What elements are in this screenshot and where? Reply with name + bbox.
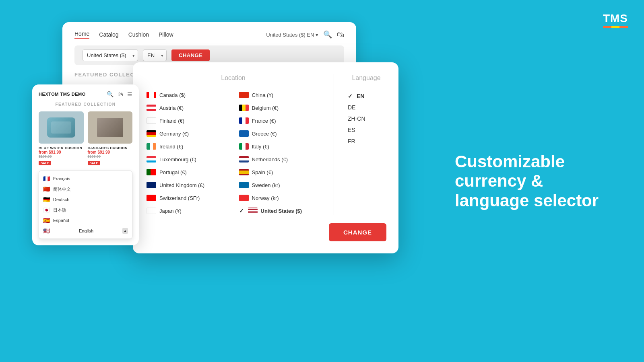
country-netherlands[interactable]: Netherlands (€): [237, 155, 322, 164]
country-switzerland[interactable]: Switzerland (SFr): [145, 193, 229, 202]
flag-greece: [239, 130, 249, 137]
country-canada[interactable]: Canada ($): [145, 90, 229, 99]
country-italy-label: Italy (€): [252, 144, 269, 150]
country-belgium[interactable]: Belgium (€): [237, 103, 322, 112]
cushion-2-graphic: [97, 118, 123, 137]
flag-austria: [147, 105, 156, 111]
lang-de-label: DE: [348, 104, 355, 111]
tagline-text: Customizable currency & language selecto…: [455, 152, 599, 210]
lang-item-german[interactable]: 🇩🇪 Deutsch: [39, 194, 132, 205]
country-ireland-label: Ireland (€): [159, 144, 183, 150]
country-austria[interactable]: Austria (€): [145, 103, 229, 112]
lang-item-french[interactable]: 🇫🇷 Français: [39, 173, 132, 184]
lang-german-label: Deutsch: [53, 197, 69, 202]
tms-logo-text: TMS: [603, 12, 628, 25]
cart-icon[interactable]: 🛍: [337, 31, 344, 39]
product-price-new-2: from $91.99: [88, 150, 133, 154]
lang-english-label: English: [79, 228, 93, 233]
tms-logo: TMS: [603, 12, 628, 28]
currency-select[interactable]: United States ($) Canada ($) Euro (€): [83, 49, 138, 61]
country-usa[interactable]: ✓ United States ($): [237, 206, 322, 215]
flag-japan: [147, 208, 156, 214]
flag-belgium: [239, 105, 249, 111]
country-china[interactable]: China (¥): [237, 90, 322, 99]
country-netherlands-label: Netherlands (€): [252, 156, 288, 162]
nav-cushion[interactable]: Cushion: [128, 31, 149, 38]
lang-japanese-label: 日本語: [53, 207, 66, 213]
change-button-modal[interactable]: CHANGE: [329, 223, 386, 241]
country-italy[interactable]: Italy (€): [237, 142, 322, 151]
mobile-search-icon[interactable]: 🔍: [107, 91, 114, 97]
country-finland[interactable]: Finland (€): [145, 116, 229, 125]
flag-spain: [239, 169, 249, 175]
country-austria-label: Austria (€): [159, 105, 184, 111]
flag-germany: [147, 130, 156, 137]
lang-zh-cn[interactable]: ZH-CN: [346, 113, 386, 124]
country-spain[interactable]: Spain (€): [237, 168, 322, 177]
country-finland-label: Finland (€): [159, 118, 184, 124]
country-japan[interactable]: Japan (¥): [145, 206, 229, 215]
lang-es[interactable]: ES: [346, 124, 386, 136]
country-portugal[interactable]: Portugal (€): [145, 168, 229, 177]
country-portugal-label: Portugal (€): [159, 169, 187, 175]
lang-french-label: Français: [53, 176, 70, 181]
nav-home[interactable]: Home: [74, 31, 89, 39]
product-price-old-2: $106.99: [88, 154, 133, 158]
lang-de[interactable]: DE: [346, 102, 386, 113]
country-greece-label: Greece (€): [252, 131, 277, 137]
currency-lang-display[interactable]: United States ($) EN ▾: [266, 32, 318, 38]
country-uk[interactable]: United Kingdom (£): [145, 181, 229, 189]
country-belgium-label: Belgium (€): [252, 105, 279, 111]
lang-en[interactable]: ✓ EN: [346, 90, 386, 102]
nav-catalog[interactable]: Catalog: [99, 31, 118, 38]
country-greece[interactable]: Greece (€): [237, 129, 322, 138]
country-norway[interactable]: Norway (kr): [237, 193, 322, 202]
flag-china: [239, 92, 249, 98]
country-sweden[interactable]: Sweden (kr): [237, 181, 322, 189]
currency-select-wrapper: United States ($) Canada ($) Euro (€): [83, 49, 138, 61]
mobile-brand-name: HEXTOM TMS DEMO: [39, 92, 86, 97]
mobile-header: HEXTOM TMS DEMO 🔍 🛍 ☰: [39, 91, 132, 97]
lang-item-english[interactable]: 🇺🇸 English ▲: [39, 226, 132, 236]
lang-item-chinese[interactable]: 🇨🇳 简体中文: [39, 184, 132, 194]
change-button-browser[interactable]: CHANGE: [171, 49, 210, 61]
nav-right: United States ($) EN ▾ 🔍 🛍: [266, 30, 344, 39]
country-switzerland-label: Switzerland (SFr): [159, 195, 200, 201]
lang-item-spanish[interactable]: 🇪🇸 Español: [39, 215, 132, 226]
country-grid: Canada ($) China (¥) Austria (€) Belgium…: [145, 90, 322, 215]
product-title-1: BLUE WATER CUSHION: [39, 146, 84, 150]
language-panel: Language ✓ EN DE ZH-CN ES FR: [334, 74, 398, 215]
nav-links: Home Catalog Cushion Pillow: [74, 31, 173, 39]
lang-item-japanese[interactable]: 🇯🇵 日本語: [39, 205, 132, 215]
mobile-products-grid: BLUE WATER CUSHION from $91.99 $106.99 S…: [39, 111, 132, 166]
lang-zh-cn-label: ZH-CN: [348, 115, 365, 122]
selected-checkmark: ✓: [239, 208, 244, 214]
tms-logo-underline: [603, 26, 628, 28]
product-img-2: [88, 111, 133, 144]
sale-badge-2: SALE: [88, 161, 100, 165]
mobile-cart-icon[interactable]: 🛍: [118, 91, 123, 97]
main-modal: Location Canada ($) China (¥) Austria (€…: [133, 62, 398, 253]
country-china-label: China (¥): [252, 92, 273, 98]
lang-fr[interactable]: FR: [346, 136, 386, 147]
mobile-menu-icon[interactable]: ☰: [127, 91, 132, 97]
modal-footer: CHANGE: [133, 215, 398, 241]
product-img-1: [39, 111, 84, 144]
lang-dropdown-arrow: ▲: [122, 228, 128, 234]
nav-pillow[interactable]: Pillow: [159, 31, 173, 38]
country-ireland[interactable]: Ireland (€): [145, 142, 229, 151]
location-title: Location: [145, 74, 322, 82]
lang-spanish-label: Español: [53, 218, 69, 223]
country-luxembourg-label: Luxembourg (€): [159, 156, 196, 162]
country-japan-label: Japan (¥): [159, 208, 182, 214]
product-card-1: BLUE WATER CUSHION from $91.99 $106.99 S…: [39, 111, 84, 166]
language-select[interactable]: EN FR DE: [143, 49, 167, 61]
modal-body: Location Canada ($) China (¥) Austria (€…: [133, 74, 398, 215]
flag-uk: [147, 182, 156, 188]
country-usa-label: United States ($): [261, 208, 302, 214]
country-luxembourg[interactable]: Luxembourg (€): [145, 155, 229, 164]
search-icon[interactable]: 🔍: [323, 30, 332, 39]
country-france[interactable]: France (€): [237, 116, 322, 125]
country-germany[interactable]: Germany (€): [145, 129, 229, 138]
flag-portugal: [147, 169, 156, 175]
